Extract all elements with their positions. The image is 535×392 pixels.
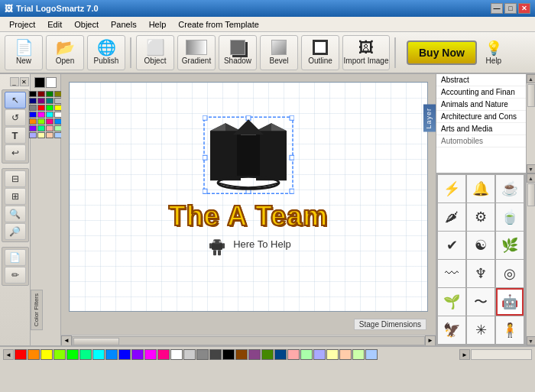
bottom-color-swatch[interactable]	[54, 349, 66, 360]
category-animals[interactable]: Animals and Nature	[436, 99, 526, 111]
icon-cell-16[interactable]: ✳	[467, 316, 494, 344]
help-button[interactable]: 💡 Help	[480, 40, 507, 65]
color-swatch[interactable]	[46, 132, 54, 138]
category-scroll-down[interactable]: ▼	[527, 164, 536, 173]
menu-edit[interactable]: Edit	[41, 18, 68, 31]
buy-now-button[interactable]: Buy Now	[407, 40, 477, 65]
bg-color-swatch[interactable]	[46, 77, 57, 88]
icon-cell-5[interactable]: 🍵	[496, 203, 524, 231]
bottom-color-swatch[interactable]	[248, 349, 261, 360]
menu-object[interactable]: Object	[68, 18, 105, 31]
bottom-color-swatch[interactable]	[157, 349, 170, 360]
icon-cell-0[interactable]: ⚡	[438, 175, 465, 202]
bottom-color-swatch[interactable]	[209, 349, 222, 360]
bottom-color-swatch[interactable]	[144, 349, 157, 360]
color-swatch[interactable]	[37, 125, 45, 131]
object-tool-button[interactable]: ⊞	[5, 188, 26, 205]
rotate-tool-button[interactable]: ↺	[5, 109, 26, 126]
color-swatch[interactable]	[46, 91, 54, 97]
layer-tab[interactable]: Layer	[423, 105, 436, 132]
object-button[interactable]: ⬜ Object	[136, 35, 174, 70]
maximize-button[interactable]: □	[504, 3, 517, 14]
scroll-track[interactable]	[72, 336, 425, 345]
icon-scroll-down[interactable]: ▼	[527, 336, 536, 345]
zoom-out-button[interactable]: 🔎	[5, 223, 26, 240]
icon-cell-2[interactable]: ☕	[496, 175, 524, 202]
undo-tool-button[interactable]: ↩	[5, 144, 26, 161]
bottom-color-swatch[interactable]	[352, 349, 365, 360]
color-swatch[interactable]	[29, 91, 37, 97]
open-button[interactable]: 📂 Open	[46, 35, 84, 70]
icon-cell-12[interactable]: 🌱	[438, 288, 465, 316]
scroll-right-button[interactable]: ►	[425, 335, 436, 346]
icon-cell-8[interactable]: 🌿	[496, 232, 524, 259]
color-bar-right-button[interactable]: ►	[459, 349, 470, 360]
menu-panels[interactable]: Panels	[105, 18, 143, 31]
scroll-thumb[interactable]	[73, 338, 119, 345]
icon-cell-11[interactable]: ◎	[496, 260, 524, 287]
icon-cell-4[interactable]: ⚙	[467, 203, 494, 231]
icon-cell-13[interactable]: 〜	[467, 288, 494, 316]
color-swatch[interactable]	[37, 112, 45, 118]
color-swatch[interactable]	[29, 118, 37, 125]
import-image-button[interactable]: 🖼 Import Image	[342, 35, 390, 70]
color-swatch[interactable]	[37, 91, 45, 97]
color-swatch[interactable]	[29, 132, 37, 138]
icon-cell-6[interactable]: ✔	[438, 232, 465, 259]
icon-cell-1[interactable]: 🔔	[467, 175, 494, 202]
bottom-color-swatch[interactable]	[79, 349, 92, 360]
select-tool-button[interactable]: ↖	[5, 92, 26, 109]
bottom-color-swatch[interactable]	[28, 349, 40, 360]
category-arts[interactable]: Arts and Media	[436, 123, 526, 135]
color-swatch[interactable]	[37, 118, 45, 125]
icon-cell-9[interactable]: 〰	[438, 260, 465, 287]
bottom-color-swatch[interactable]	[41, 349, 53, 360]
color-swatch[interactable]	[46, 98, 54, 104]
close-button[interactable]: ✕	[518, 3, 530, 14]
gradient-button[interactable]: Gradient	[177, 35, 216, 70]
horizontal-scrollbar[interactable]: ◄ ►	[61, 335, 436, 345]
bottom-color-swatch[interactable]	[92, 349, 105, 360]
bottom-color-swatch[interactable]	[365, 349, 378, 360]
bottom-color-swatch[interactable]	[105, 349, 118, 360]
icon-cell-17[interactable]: 🧍	[496, 316, 524, 344]
icon-scroll-track[interactable]	[527, 183, 535, 336]
color-swatch[interactable]	[37, 105, 45, 111]
bottom-color-swatch[interactable]	[261, 349, 274, 360]
bottom-color-swatch[interactable]	[66, 349, 79, 360]
color-swatch[interactable]	[46, 112, 54, 118]
panel-close-icon[interactable]: ✕	[20, 77, 29, 86]
bottom-color-swatch[interactable]	[274, 349, 287, 360]
bottom-color-swatch[interactable]	[313, 349, 326, 360]
text-tool-button[interactable]: T	[5, 127, 26, 144]
new-tool-button[interactable]: 📄	[5, 249, 26, 266]
bottom-color-swatch[interactable]	[196, 349, 209, 360]
color-swatch[interactable]	[37, 132, 45, 138]
icon-cell-15[interactable]: 🦅	[438, 316, 465, 344]
color-swatch[interactable]	[29, 125, 37, 131]
bottom-color-swatch[interactable]	[170, 349, 183, 360]
color-bar-left-button[interactable]: ◄	[3, 349, 14, 360]
color-swatch[interactable]	[37, 98, 45, 104]
menu-project[interactable]: Project	[3, 18, 41, 31]
bottom-color-swatch[interactable]	[287, 349, 300, 360]
color-swatch[interactable]	[46, 125, 54, 131]
color-swatch[interactable]	[29, 98, 37, 104]
bottom-color-swatch[interactable]	[222, 349, 235, 360]
color-swatch[interactable]	[46, 118, 54, 125]
image-tool-button[interactable]: ⊟	[5, 170, 26, 187]
bottom-color-swatch[interactable]	[118, 349, 131, 360]
category-scrollbar[interactable]: ▲ ▼	[526, 74, 535, 173]
bevel-button[interactable]: Bevel	[260, 35, 298, 70]
canvas-area[interactable]: The A Team Here To H	[61, 74, 436, 335]
shadow-button[interactable]: Shadow	[219, 35, 257, 70]
color-swatch[interactable]	[29, 112, 37, 118]
bottom-color-swatch[interactable]	[326, 349, 339, 360]
bottom-color-swatch[interactable]	[183, 349, 196, 360]
icon-cell-10[interactable]: ♆	[467, 260, 494, 287]
fg-color-swatch[interactable]	[34, 77, 45, 88]
minimize-button[interactable]: —	[491, 3, 503, 14]
new-button[interactable]: 📄 New	[5, 35, 43, 70]
icon-scrollbar[interactable]: ▲ ▼	[526, 173, 535, 345]
window-controls[interactable]: — □ ✕	[491, 3, 530, 14]
